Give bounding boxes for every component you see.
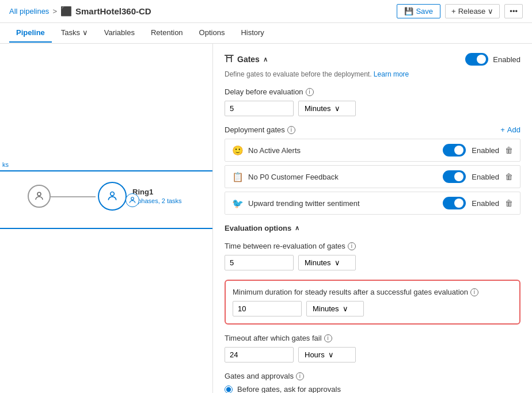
min-duration-box: Minimum duration for steady results afte… [225,280,520,325]
ring-node [98,182,127,211]
dep-gates-header: Deployment gates i + Add [225,125,520,134]
learn-more-link[interactable]: Learn more [374,70,409,78]
twitter-delete-button[interactable]: 🗑 [505,199,513,208]
approvals-info-icon[interactable]: i [296,372,304,380]
save-icon: 💾 [404,7,413,16]
reeval-input[interactable] [225,255,294,270]
save-label: Save [416,7,433,16]
gates-title-group: ⛩ Gates ∧ [225,54,268,64]
no-alerts-delete-button[interactable]: 🗑 [505,146,513,155]
min-duration-unit-label: Minutes [313,304,339,313]
gates-description: Define gates to evaluate before the depl… [225,70,520,78]
no-alerts-icon: 🙂 [232,145,244,156]
breadcrumb-link[interactable]: All pipelines [9,7,49,16]
ring-info: Ring1 2 phases, 2 tasks [132,188,182,204]
twitter-toggle[interactable] [443,197,466,209]
nav-tabs: Pipeline Tasks ∨ Variables Retention Opt… [0,23,532,44]
min-duration-chevron-icon: ∨ [343,304,348,313]
timeout-unit-dropdown[interactable]: Hours ∨ [298,347,356,363]
p0-feedback-icon: 📋 [232,171,244,182]
min-duration-info-icon[interactable]: i [470,288,478,296]
timeout-label: Timeout after which gates fail i [225,334,520,342]
eval-options-header: Evaluation options ∧ [225,224,520,232]
pipeline-icon: ⬛ [60,6,72,17]
tab-tasks[interactable]: Tasks ∨ [54,24,95,43]
release-button[interactable]: + Release ∨ [445,4,500,18]
header: All pipelines > ⬛ SmartHotel360-CD 💾 Sav… [0,0,532,23]
dep-gates-info-icon[interactable]: i [287,126,295,134]
enabled-label: Enabled [493,55,520,64]
ring-label: Ring1 [132,188,182,196]
header-right: 💾 Save + Release ∨ ••• [397,4,523,18]
chevron-down-icon: ∨ [488,7,493,16]
delay-unit-label: Minutes [305,104,331,113]
reeval-input-row: Minutes ∨ [225,255,520,270]
timeout-input[interactable] [225,347,294,363]
reeval-chevron-icon: ∨ [335,258,340,267]
p0-feedback-toggle[interactable] [443,170,466,183]
gates-title-text: Gates [237,55,260,64]
timeout-info-icon[interactable]: i [324,334,332,342]
delay-unit-dropdown[interactable]: Minutes ∨ [298,101,356,116]
tab-history[interactable]: History [234,24,271,43]
stage-bar-bottom [0,228,212,229]
svg-point-1 [111,192,115,196]
delay-input[interactable] [225,101,294,116]
tab-options[interactable]: Options [192,24,232,43]
min-duration-unit-dropdown[interactable]: Minutes ∨ [306,301,364,316]
add-gate-button[interactable]: + Add [500,125,520,134]
more-options-button[interactable]: ••• [504,4,523,18]
min-duration-input[interactable] [233,301,302,316]
breadcrumb-sep: > [52,7,57,16]
enabled-toggle-group: Enabled [465,53,520,66]
tab-pipeline[interactable]: Pipeline [9,24,52,43]
reeval-label: Time between re-evaluation of gates i [225,242,520,250]
gates-icon: ⛩ [225,54,234,64]
ellipsis-icon: ••• [510,7,518,16]
timeout-input-row: Hours ∨ [225,347,520,363]
delay-input-row: Minutes ∨ [225,101,520,116]
ring-sublabel: 2 phases, 2 tasks [132,197,182,204]
before-gates-label: Before gates, ask for approvals [237,385,341,393]
no-alerts-toggle[interactable] [443,144,466,157]
timeout-chevron-icon: ∨ [328,350,334,359]
header-left: All pipelines > ⬛ SmartHotel360-CD [9,6,151,17]
gate-item-twitter: 🐦 Upward trending twitter sentiment Enab… [225,192,520,215]
no-alerts-name: No Active Alerts [248,146,301,155]
gate-item-no-active-alerts: 🙂 No Active Alerts Enabled 🗑 [225,139,520,162]
add-label: Add [507,125,520,134]
gates-header: ⛩ Gates ∧ Enabled [225,53,520,66]
before-gates-radio[interactable] [225,386,233,394]
twitter-name: Upward trending twitter sentiment [248,199,360,208]
p0-feedback-delete-button[interactable]: 🗑 [505,172,513,181]
reeval-info-icon[interactable]: i [348,242,356,250]
p0-feedback-name: No P0 Customer Feedback [248,173,339,181]
person-node-ring [126,193,139,207]
svg-point-0 [37,192,41,196]
delay-unit-chevron-icon: ∨ [335,104,340,113]
dep-gates-label-group: Deployment gates i [225,125,295,134]
reeval-unit-dropdown[interactable]: Minutes ∨ [298,255,356,270]
before-gates-radio-row: Before gates, ask for approvals [225,385,520,393]
gates-chevron-icon[interactable]: ∧ [263,56,268,63]
p0-feedback-enabled-label: Enabled [472,173,499,181]
tab-variables[interactable]: Variables [97,24,142,43]
timeout-unit-label: Hours [305,350,325,359]
tab-retention[interactable]: Retention [144,24,190,43]
save-button[interactable]: 💾 Save [397,4,440,18]
no-alerts-enabled-label: Enabled [472,146,499,155]
plus-icon: + [500,125,505,134]
right-panel: ⛩ Gates ∧ Enabled Define gates to evalua… [213,44,532,393]
enabled-toggle[interactable] [465,53,488,66]
eval-chevron-icon[interactable]: ∧ [295,224,299,232]
stage-bar-top [0,170,212,171]
pipeline-title: SmartHotel360-CD [75,6,151,16]
min-duration-label: Minimum duration for steady results afte… [233,288,512,296]
reeval-unit-label: Minutes [305,258,331,267]
plus-icon: + [451,7,456,16]
delay-info-icon[interactable]: i [306,88,314,96]
gates-list: 🙂 No Active Alerts Enabled 🗑 📋 No P0 Cus… [225,139,520,215]
delay-label: Delay before evaluation i [225,87,520,96]
main-layout: ks Ring1 2 phases, 2 tasks [0,44,532,393]
stage-label: ks [0,159,11,170]
